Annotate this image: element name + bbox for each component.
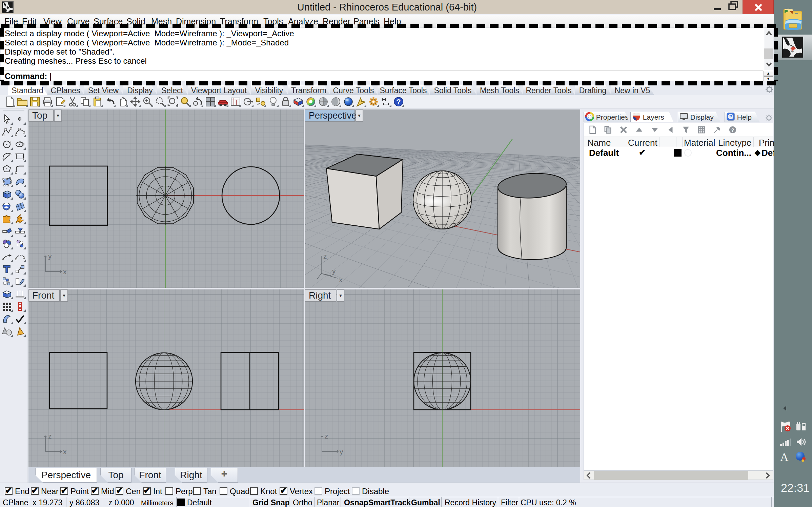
svg-text:?: ? xyxy=(731,127,734,133)
svg-text:z: z xyxy=(323,252,327,260)
svg-text:x: x xyxy=(63,268,67,276)
svg-text:x: x xyxy=(63,448,67,455)
svg-text:x: x xyxy=(339,276,343,284)
svg-text:y: y xyxy=(340,448,343,455)
svg-text:y: y xyxy=(48,252,52,260)
svg-text:z: z xyxy=(325,432,328,440)
svg-text:y: y xyxy=(332,267,336,275)
svg-text:z: z xyxy=(48,432,52,440)
svg-text:?: ? xyxy=(396,98,401,106)
svg-text:?: ? xyxy=(729,114,732,119)
